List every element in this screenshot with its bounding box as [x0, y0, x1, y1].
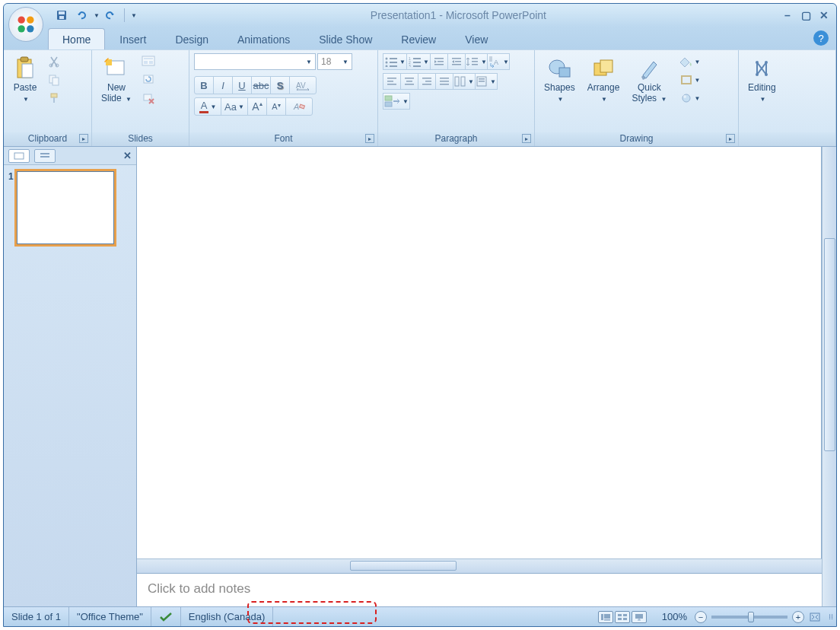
- qat-customize-icon[interactable]: ▼: [131, 12, 137, 19]
- notes-scrollbar[interactable]: [822, 574, 836, 606]
- cut-button[interactable]: [45, 53, 63, 70]
- arrange-button[interactable]: Arrange▼: [583, 53, 625, 108]
- fit-to-window-button[interactable]: [804, 607, 826, 626]
- status-theme[interactable]: "Office Theme": [69, 607, 151, 626]
- bold-button[interactable]: B: [194, 76, 214, 94]
- notes-pane[interactable]: Click to add notes: [137, 573, 822, 606]
- panel-close-button[interactable]: ✕: [123, 150, 132, 161]
- font-color-button[interactable]: A▼: [194, 97, 221, 116]
- status-slide-number[interactable]: Slide 1 of 1: [4, 607, 69, 626]
- editing-label: Editing: [748, 82, 776, 93]
- group-font: ▼ 18▼ B I U abc S AV A▼ Aa▼ A▴ A▾ A: [189, 50, 378, 146]
- zoom-in-button[interactable]: +: [792, 611, 804, 623]
- svg-rect-48: [472, 64, 478, 65]
- help-button[interactable]: ?: [813, 30, 829, 46]
- slideshow-view-button[interactable]: [632, 611, 647, 623]
- char-spacing-button[interactable]: AV: [289, 76, 317, 94]
- vertical-scrollbar[interactable]: [822, 147, 836, 576]
- font-launcher[interactable]: ▸: [365, 134, 374, 143]
- zoom-slider[interactable]: [711, 616, 788, 619]
- svg-rect-33: [390, 65, 397, 67]
- office-button[interactable]: [8, 7, 43, 42]
- quick-styles-button[interactable]: Quick Styles ▼: [627, 53, 671, 108]
- increase-indent-button[interactable]: [447, 53, 466, 70]
- align-center-button[interactable]: [400, 73, 418, 90]
- undo-button[interactable]: [72, 7, 91, 24]
- horizontal-scroll-thumb[interactable]: [350, 561, 457, 571]
- tab-review[interactable]: Review: [387, 28, 450, 49]
- shape-effects-button[interactable]: ▼: [677, 90, 703, 107]
- strikethrough-button[interactable]: abc: [251, 76, 271, 94]
- italic-button[interactable]: I: [213, 76, 233, 94]
- layout-button[interactable]: [139, 53, 158, 70]
- resize-grip-icon[interactable]: ⁞⁞: [826, 612, 836, 621]
- maximize-button[interactable]: ▢: [798, 8, 813, 22]
- zoom-out-button[interactable]: −: [695, 611, 707, 623]
- copy-button[interactable]: [45, 72, 63, 88]
- slides-panel: ✕ 1: [4, 147, 137, 606]
- align-text-button[interactable]: ▼: [475, 73, 498, 90]
- shape-fill-button[interactable]: ▼: [677, 53, 703, 70]
- grow-font-button[interactable]: A▴: [247, 97, 267, 116]
- slide-thumbnail[interactable]: 1: [8, 171, 132, 244]
- svg-rect-64: [461, 77, 465, 86]
- svg-rect-52: [387, 81, 393, 82]
- align-left-button[interactable]: [383, 73, 401, 90]
- minimize-button[interactable]: –: [780, 8, 795, 22]
- window-title: Presentation1 - Microsoft PowerPoint: [137, 9, 780, 21]
- clipboard-launcher[interactable]: ▸: [79, 134, 88, 143]
- text-direction-button[interactable]: llA▼: [487, 53, 510, 70]
- format-painter-button[interactable]: [45, 90, 63, 107]
- reset-button[interactable]: [139, 72, 158, 88]
- new-slide-button[interactable]: New Slide ▼: [97, 53, 136, 108]
- save-button[interactable]: [52, 7, 71, 24]
- normal-view-button[interactable]: [598, 611, 613, 623]
- font-size-combo[interactable]: 18▼: [317, 53, 352, 70]
- shape-outline-button[interactable]: ▼: [677, 72, 703, 88]
- slides-tab-icon[interactable]: [8, 149, 30, 163]
- vertical-scroll-thumb[interactable]: [824, 238, 835, 451]
- justify-button[interactable]: [435, 73, 453, 90]
- status-language[interactable]: English (Canada): [181, 607, 273, 626]
- svg-point-3: [27, 25, 33, 32]
- svg-point-78: [765, 61, 768, 64]
- horizontal-scrollbar[interactable]: [137, 558, 822, 573]
- bullets-button[interactable]: ▼: [383, 53, 407, 70]
- numbering-button[interactable]: 123▼: [406, 53, 431, 70]
- sorter-view-button[interactable]: [615, 611, 630, 623]
- outline-tab-icon[interactable]: [34, 149, 56, 163]
- undo-dropdown-icon[interactable]: ▼: [94, 12, 100, 19]
- underline-button[interactable]: U: [232, 76, 252, 94]
- tab-view[interactable]: View: [450, 28, 502, 49]
- tab-slide-show[interactable]: Slide Show: [304, 28, 387, 49]
- shapes-button[interactable]: Shapes▼: [539, 53, 580, 108]
- drawing-launcher[interactable]: ▸: [726, 134, 735, 143]
- svg-rect-9: [22, 64, 33, 78]
- editing-button[interactable]: Editing▼: [743, 53, 781, 108]
- redo-button[interactable]: [101, 7, 119, 24]
- zoom-slider-thumb[interactable]: [748, 612, 754, 622]
- line-spacing-button[interactable]: ▼: [465, 53, 488, 70]
- zoom-percent[interactable]: 100%: [654, 607, 695, 626]
- decrease-indent-button[interactable]: [430, 53, 448, 70]
- tab-home[interactable]: Home: [48, 28, 105, 49]
- close-button[interactable]: ✕: [816, 8, 832, 22]
- svg-rect-87: [618, 614, 622, 616]
- tab-animations[interactable]: Animations: [223, 28, 304, 49]
- align-right-button[interactable]: [418, 73, 436, 90]
- convert-smartart-button[interactable]: ▼: [383, 93, 410, 110]
- font-family-combo[interactable]: ▼: [194, 53, 316, 70]
- tab-insert[interactable]: Insert: [105, 28, 161, 49]
- slide-canvas[interactable]: [137, 147, 822, 558]
- shadow-button[interactable]: S: [270, 76, 290, 94]
- paste-button[interactable]: Paste▼: [8, 53, 42, 108]
- shrink-font-button[interactable]: A▾: [266, 97, 286, 116]
- status-spellcheck-icon[interactable]: [151, 607, 181, 626]
- change-case-button[interactable]: Aa▼: [221, 97, 248, 116]
- columns-button[interactable]: ▼: [453, 73, 476, 90]
- paragraph-launcher[interactable]: ▸: [522, 134, 531, 143]
- svg-rect-85: [604, 614, 610, 619]
- delete-slide-button[interactable]: [139, 90, 158, 107]
- clear-formatting-button[interactable]: A: [285, 97, 313, 116]
- tab-design[interactable]: Design: [161, 28, 223, 49]
